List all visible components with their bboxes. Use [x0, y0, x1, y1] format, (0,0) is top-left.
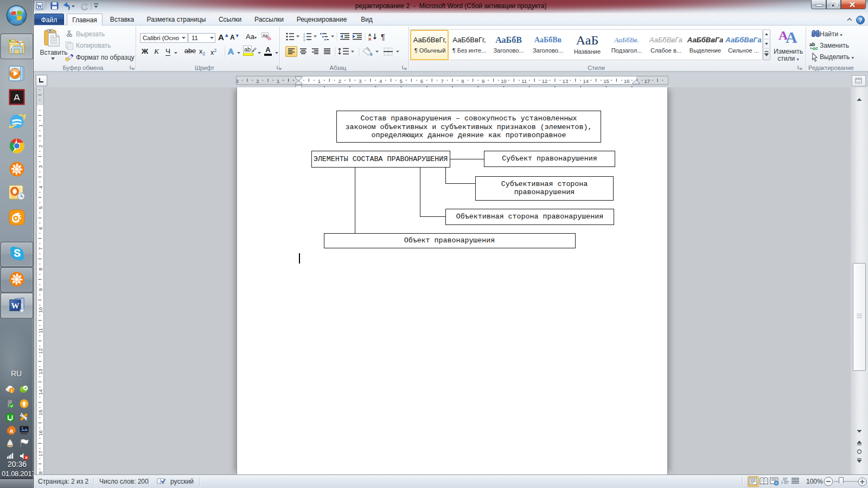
- svg-text:11: 11: [37, 328, 43, 333]
- svg-text:ac: ac: [813, 46, 818, 50]
- svg-text:14: 14: [583, 78, 589, 84]
- svg-text:6: 6: [37, 227, 43, 229]
- svg-text:17: 17: [37, 451, 43, 457]
- svg-text:10: 10: [501, 78, 507, 84]
- svg-text:5: 5: [399, 78, 402, 84]
- svg-text:2: 2: [338, 78, 341, 84]
- svg-text:13: 13: [562, 78, 568, 84]
- svg-text:2: 2: [256, 78, 259, 84]
- svg-text:?: ?: [859, 17, 863, 23]
- svg-text:16: 16: [624, 78, 630, 84]
- svg-text:3: 3: [236, 78, 239, 84]
- svg-text:12: 12: [541, 78, 547, 84]
- svg-text:W: W: [37, 3, 42, 9]
- svg-text:9: 9: [37, 288, 43, 291]
- svg-text:6: 6: [420, 78, 423, 84]
- svg-text:5: 5: [37, 206, 43, 209]
- svg-text:3: 3: [37, 165, 43, 168]
- svg-text:9: 9: [482, 78, 484, 84]
- svg-text:1: 1: [277, 78, 279, 84]
- svg-text:¶: ¶: [381, 33, 385, 41]
- svg-text:4: 4: [37, 186, 43, 189]
- svg-text:А: А: [368, 33, 371, 37]
- svg-text:17: 17: [644, 78, 650, 84]
- svg-text:16: 16: [37, 431, 43, 436]
- svg-text:7: 7: [441, 78, 443, 84]
- svg-text:7: 7: [37, 247, 43, 250]
- svg-text:3: 3: [303, 38, 305, 42]
- svg-text:14: 14: [37, 389, 43, 395]
- svg-text:A: A: [786, 28, 797, 44]
- svg-text:a: a: [10, 427, 14, 434]
- svg-text:15: 15: [603, 78, 609, 84]
- svg-text:11: 11: [521, 78, 527, 84]
- svg-text:Я: Я: [368, 37, 371, 41]
- svg-text:13: 13: [37, 369, 43, 375]
- svg-text:1: 1: [37, 124, 43, 127]
- svg-text:2: 2: [37, 145, 43, 147]
- svg-text:!: !: [11, 388, 12, 394]
- svg-text:10: 10: [37, 307, 43, 313]
- svg-text:W: W: [11, 301, 20, 310]
- svg-text:1: 1: [317, 78, 320, 84]
- svg-text:3: 3: [359, 78, 361, 84]
- svg-text:8: 8: [461, 78, 464, 84]
- svg-text:4: 4: [379, 78, 382, 84]
- svg-text:8: 8: [37, 268, 43, 271]
- svg-text:12: 12: [37, 348, 43, 354]
- svg-text:15: 15: [37, 410, 43, 416]
